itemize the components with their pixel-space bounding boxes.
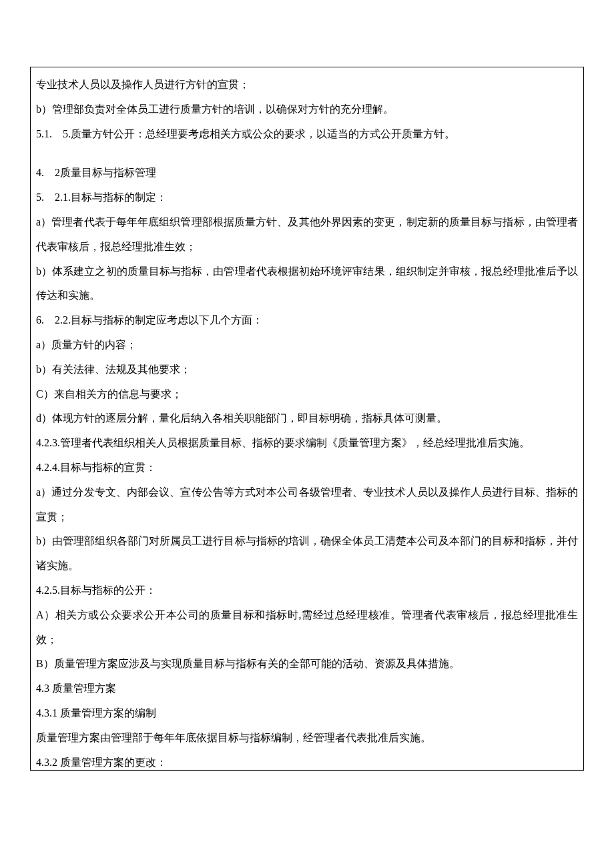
body-text-line: A）相关方或公众要求公开本公司的质量目标和指标时,需经过总经理核准。管理者代表审…: [36, 603, 578, 653]
body-text-line: 4.3 质量管理方案: [36, 677, 578, 701]
blank-line: [36, 146, 578, 161]
body-text-line: 5.1. 5.质量方针公开：总经理要考虑相关方或公众的要求，以适当的方式公开质量…: [36, 122, 578, 147]
body-text-line: a）管理者代表于每年年底组织管理部根据质量方针、及其他外界因素的变更，制定新的质…: [36, 210, 578, 260]
body-text-line: b）有关法律、法规及其他要求；: [36, 358, 578, 382]
body-text-line: 4.3.1 质量管理方案的编制: [36, 701, 578, 726]
body-text-line: a）质量方针的内容；: [36, 333, 578, 358]
body-text-line: 4. 2质量目标与指标管理: [36, 161, 578, 185]
body-text-line: 6. 2.2.目标与指标的制定应考虑以下几个方面：: [36, 308, 578, 333]
body-text-line: b）管理部负责对全体员工进行质量方针的培训，以确保对方针的充分理解。: [36, 97, 578, 122]
body-text-line: b）由管理部组织各部门对所属员工进行目标与指标的培训，确保全体员工清楚本公司及本…: [36, 529, 578, 578]
body-text-line: C）来自相关方的信息与要求；: [36, 382, 578, 407]
body-text-line: 4.3.2 质量管理方案的更改：: [36, 751, 578, 775]
body-text-line: d）体现方针的逐层分解，量化后纳入各相关职能部门，即目标明确，指标具体可测量。: [36, 406, 578, 431]
body-text-line: 专业技术人员以及操作人员进行方针的宣贯；: [36, 73, 578, 97]
body-text-line: a）通过分发专文、内部会议、宣传公告等方式对本公司各级管理者、专业技术人员以及操…: [36, 480, 578, 530]
body-text-line: 4.2.4.目标与指标的宣贯：: [36, 456, 578, 480]
body-text-line: 5. 2.1.目标与指标的制定：: [36, 185, 578, 210]
body-text-line: 4.2.5.目标与指标的公开：: [36, 578, 578, 603]
body-text-line: B）质量管理方案应涉及与实现质量目标与指标有关的全部可能的活动、资源及具体措施。: [36, 652, 578, 677]
body-text-line: b）体系建立之初的质量目标与指标，由管理者代表根据初始环境评审结果，组织制定并审…: [36, 260, 578, 309]
body-text-line: 质量管理方案由管理部于每年年底依据目标与指标编制，经管理者代表批准后实施。: [36, 726, 578, 751]
document-page: 专业技术人员以及操作人员进行方针的宣贯； b）管理部负责对全体员工进行质量方针的…: [30, 67, 584, 771]
body-text-line: 4.2.3.管理者代表组织相关人员根据质量目标、指标的要求编制《质量管理方案》，…: [36, 431, 578, 456]
